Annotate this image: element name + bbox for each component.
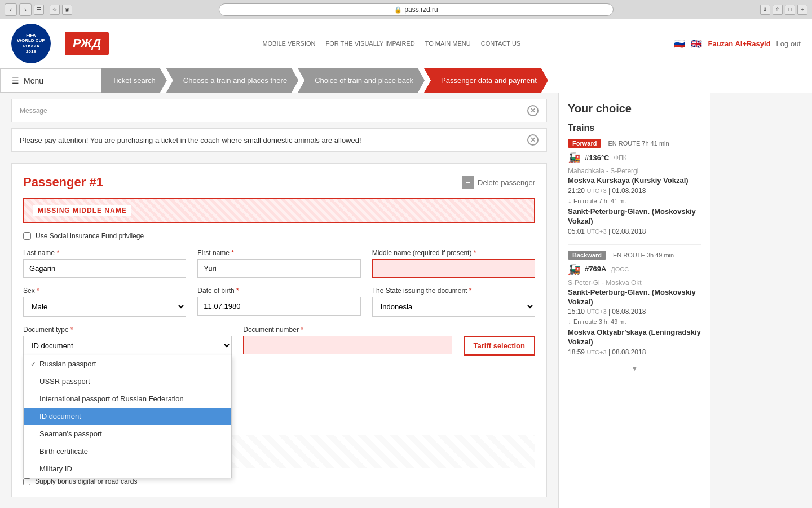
state-required: * [469, 287, 472, 295]
doc-number-input[interactable] [243, 336, 452, 354]
message-label: Message [20, 107, 47, 115]
main-content: Message ✕ Please pay attention! You are … [0, 93, 558, 508]
doc-type-dropdown[interactable]: ✓ Russian passport USSR passport Interna… [23, 355, 232, 478]
logo-area: FIFAWORLD CUPRUSSIA2018 РЖД [11, 24, 109, 63]
sidebar-toggle[interactable]: ☰ [34, 5, 44, 15]
dob-group: Date of birth * [197, 287, 360, 316]
backward-badge: Backward [568, 251, 606, 260]
checkmark-icon: ✓ [30, 360, 36, 368]
forward-en-route: EN ROUTE 7h 41 min [608, 140, 669, 147]
sidebar-title: Your choice [568, 102, 701, 115]
lock-icon: 🔒 [394, 6, 402, 14]
social-insurance-checkbox[interactable] [23, 232, 31, 240]
doc-option-intl-passport[interactable]: International passport of Russian Federa… [24, 390, 231, 408]
last-name-group: Last name * [23, 249, 186, 278]
doc-option-birth-certificate[interactable]: Birth certificate [24, 443, 231, 460]
doc-type-select[interactable]: Russian passport USSR passport Internati… [23, 336, 232, 355]
logout-button[interactable]: Log out [776, 40, 801, 48]
backward-depart-station: Sankt-Peterburg-Glavn. (Moskovskiy Vokza… [568, 288, 701, 307]
logo-divider [58, 29, 58, 58]
middle-name-input[interactable] [372, 259, 535, 278]
step-choose-train[interactable]: Choose a train and places there [166, 68, 298, 93]
visually-impaired-link[interactable]: FOR THE VISUALLY IMPAIRED [326, 40, 415, 47]
passenger-title: Passenger #1 [23, 175, 103, 190]
ru-flag[interactable]: 🇷🇺 [674, 38, 685, 49]
main-menu-link[interactable]: TO MAIN MENU [425, 40, 471, 47]
fullscreen-icon[interactable]: □ [785, 5, 795, 15]
backward-train-info: 🚂 #769A ДОСС [568, 263, 701, 275]
tariff-button-wrapper: Tariff selection [464, 336, 536, 356]
share-icon[interactable]: ⇧ [773, 5, 783, 15]
header-nav: MOBILE VERSION FOR THE VISUALLY IMPAIRED… [262, 40, 520, 47]
address-bar[interactable]: 🔒 pass.rzd.ru [219, 3, 614, 16]
doc-option-seamans-passport[interactable]: Seaman's passport [24, 425, 231, 443]
forward-arrive-time: 05:01 UTC+3 | 02.08.2018 [568, 227, 701, 235]
toolbar-actions: ⇓ ⇧ □ + [760, 5, 807, 15]
sex-label: Sex * [23, 287, 186, 295]
step-choice-back[interactable]: Choice of train and place back [298, 68, 425, 93]
forward-train-info: 🚂 #136°C ФПК [568, 151, 701, 164]
step-ticket-search[interactable]: Ticket search [101, 68, 167, 93]
doc-option-id-document[interactable]: ID document [24, 408, 231, 425]
doc-option-ussr-passport[interactable]: USSR passport [24, 373, 231, 390]
doc-option-military-id[interactable]: Military ID [24, 460, 231, 478]
delete-icon: − [462, 176, 474, 189]
passenger-header: Passenger #1 − Delete passenger [23, 175, 535, 190]
window-controls[interactable]: ‹ › ☰ [5, 3, 44, 16]
backward-train-icon: 🚂 [568, 263, 580, 275]
social-insurance-label: Use Social Insurance Fund privilege [36, 232, 144, 240]
message-box-1: Message ✕ [11, 99, 547, 122]
backward-train-number: #769A [585, 265, 606, 273]
download-icon[interactable]: ⇓ [760, 5, 770, 15]
sex-required: * [37, 287, 39, 295]
delete-passenger-button[interactable]: − Delete passenger [462, 176, 535, 189]
site-header: FIFAWORLD CUPRUSSIA2018 РЖД MOBILE VERSI… [0, 19, 812, 68]
menu-button[interactable]: ☰ Menu [0, 68, 102, 93]
location-button[interactable]: ◉ [62, 5, 72, 15]
last-name-input[interactable] [23, 259, 186, 278]
new-tab-icon[interactable]: + [797, 5, 807, 15]
menu-label: Menu [24, 76, 43, 85]
user-area: 🇷🇺 🇬🇧 Fauzan Al+Rasyid Log out [674, 38, 801, 49]
forward-button[interactable]: › [19, 3, 32, 16]
en-flag[interactable]: 🇬🇧 [691, 38, 702, 49]
mobile-version-link[interactable]: MOBILE VERSION [262, 40, 315, 47]
step-3-label: Choice of train and place back [315, 76, 413, 85]
breadcrumb-steps: Ticket search Choose a train and places … [102, 68, 812, 93]
dob-input[interactable] [197, 297, 360, 316]
step-2-label: Choose a train and places there [183, 76, 287, 85]
backward-en-route: EN ROUTE 3h 49 min [613, 252, 674, 259]
sex-select[interactable]: Male Female [23, 297, 186, 317]
doc-option-label: Russian passport [39, 360, 96, 368]
bookmark-button[interactable]: ☆ [50, 5, 60, 15]
back-button[interactable]: ‹ [5, 3, 17, 16]
supply-bonus-checkbox[interactable] [23, 478, 30, 485]
step-passenger-data[interactable]: Passenger data and payment [424, 68, 548, 93]
backward-station-from: S-Peter-Gl - Moskva Okt [568, 279, 701, 287]
backward-arrive-utc: UTC+3 [586, 349, 606, 356]
forward-train: Forward EN ROUTE 7h 41 min 🚂 #136°C ФПК … [568, 139, 701, 235]
train-separator [568, 244, 701, 245]
tariff-button[interactable]: Tariff selection [464, 336, 536, 356]
first-name-input[interactable] [197, 259, 360, 278]
dob-required: * [236, 287, 239, 295]
step-1-label: Ticket search [112, 76, 156, 85]
sex-group: Sex * Male Female [23, 287, 186, 317]
forward-train-type: ФПК [614, 154, 627, 161]
sidebar-scroll-hint: ▼ [568, 365, 701, 372]
state-select[interactable]: Indonesia Russia Other [372, 297, 535, 317]
first-name-required: * [231, 249, 234, 257]
contact-us-link[interactable]: CONTACT US [481, 40, 521, 47]
doc-number-group: Document number * [243, 326, 452, 354]
message-1-close[interactable]: ✕ [527, 105, 539, 116]
middle-name-group: Middle name (required if present) * [372, 249, 535, 278]
message-2-close[interactable]: ✕ [527, 134, 539, 146]
doc-option-russian-passport[interactable]: ✓ Russian passport [24, 355, 231, 373]
username-link[interactable]: Fauzan Al+Rasyid [708, 40, 770, 48]
url-text: pass.rzd.ru [404, 6, 438, 14]
trains-label: Trains [568, 123, 701, 133]
state-group: The State issuing the document * Indones… [372, 287, 535, 317]
supply-bonus-row: Supply bonus digital or road cards [23, 478, 535, 485]
dob-label: Date of birth * [197, 287, 360, 295]
main-layout: Message ✕ Please pay attention! You are … [0, 93, 812, 508]
